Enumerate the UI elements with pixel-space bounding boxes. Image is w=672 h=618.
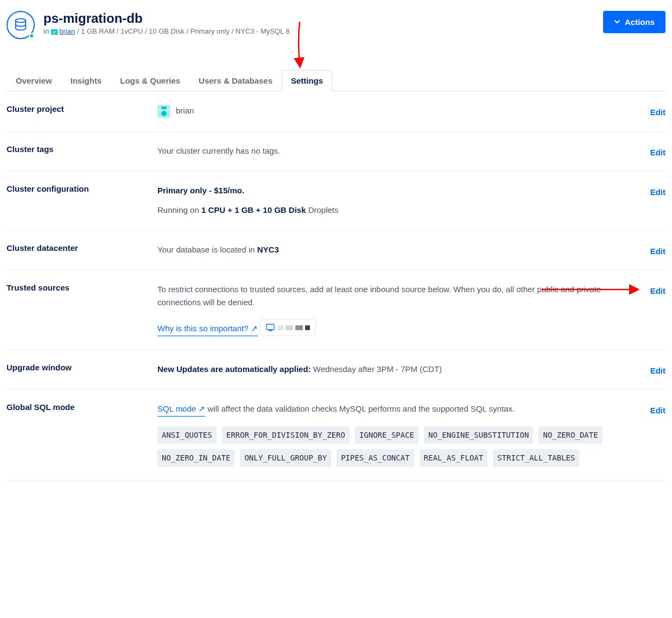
section-label: Cluster project bbox=[7, 104, 157, 118]
section-trusted-sources: Trusted sources To restrict connections … bbox=[7, 270, 665, 350]
tab-insights[interactable]: Insights bbox=[61, 70, 111, 91]
sql-mode-tags: ANSI_QUOTESERROR_FOR_DIVISION_BY_ZEROIGN… bbox=[157, 426, 622, 467]
sql-mode-tag: NO_ENGINE_SUBSTITUTION bbox=[424, 426, 533, 444]
section-content: New Updates are automatically applied: W… bbox=[157, 363, 665, 376]
sql-mode-tag: STRICT_ALL_TABLES bbox=[493, 449, 579, 466]
database-icon bbox=[7, 11, 35, 39]
svg-rect-2 bbox=[52, 31, 56, 32]
edit-link[interactable]: Edit bbox=[650, 247, 665, 256]
edit-link[interactable]: Edit bbox=[650, 187, 665, 197]
tab-users-databases[interactable]: Users & Databases bbox=[189, 70, 282, 91]
sql-mode-link[interactable]: SQL mode ↗ bbox=[157, 402, 205, 417]
section-content: Primary only - $15/mo. Running on 1 CPU … bbox=[157, 184, 665, 217]
sql-mode-tag: NO_ZERO_DATE bbox=[538, 426, 602, 444]
section-content: SQL mode ↗ will affect the data validati… bbox=[157, 402, 665, 467]
sql-mode-tag: PIPES_AS_CONCAT bbox=[337, 449, 414, 466]
trusted-source-item[interactable] bbox=[260, 319, 316, 336]
sql-mode-tag: NO_ZERO_IN_DATE bbox=[157, 449, 234, 466]
sql-mode-tag: REAL_AS_FLOAT bbox=[420, 449, 488, 466]
section-label: Cluster tags bbox=[7, 144, 157, 157]
page-header: ps-migration-db in brian / 1 GB RAM / 1v… bbox=[7, 7, 665, 48]
edit-link[interactable]: Edit bbox=[650, 286, 665, 295]
edit-link[interactable]: Edit bbox=[650, 406, 665, 415]
edit-link[interactable]: Edit bbox=[650, 366, 665, 375]
section-content: Your cluster currently has no tags. bbox=[157, 144, 665, 157]
svg-rect-5 bbox=[269, 330, 272, 331]
section-content: Your database is located in NYC3 bbox=[157, 243, 665, 256]
section-cluster-tags: Cluster tags Your cluster currently has … bbox=[7, 131, 665, 171]
section-cluster-configuration: Cluster configuration Primary only - $15… bbox=[7, 171, 665, 230]
edit-link[interactable]: Edit bbox=[650, 108, 665, 117]
sql-mode-tag: IGNORE_SPACE bbox=[355, 426, 419, 444]
db-title: ps-migration-db bbox=[43, 11, 290, 26]
tab-overview[interactable]: Overview bbox=[7, 70, 61, 91]
section-global-sql-mode: Global SQL mode SQL mode ↗ will affect t… bbox=[7, 389, 665, 481]
section-label: Upgrade window bbox=[7, 363, 157, 376]
svg-rect-1 bbox=[51, 29, 58, 35]
tabs: Overview Insights Logs & Queries Users &… bbox=[7, 70, 665, 91]
tab-settings[interactable]: Settings bbox=[282, 70, 332, 91]
tab-logs-queries[interactable]: Logs & Queries bbox=[111, 70, 189, 91]
actions-button[interactable]: Actions bbox=[603, 11, 665, 33]
section-label: Global SQL mode bbox=[7, 402, 157, 467]
status-dot bbox=[29, 33, 34, 39]
sql-mode-tag: ERROR_FOR_DIVISION_BY_ZERO bbox=[222, 426, 350, 444]
why-important-link[interactable]: Why is this so important? ↗ bbox=[157, 322, 258, 336]
chevron-down-icon bbox=[614, 17, 620, 27]
sql-mode-tag: ONLY_FULL_GROUP_BY bbox=[240, 449, 331, 466]
db-subtitle: in brian / 1 GB RAM / 1vCPU / 10 GB Disk… bbox=[43, 27, 290, 35]
sql-mode-tag: ANSI_QUOTES bbox=[157, 426, 217, 444]
section-content: brian bbox=[157, 104, 665, 118]
svg-rect-4 bbox=[267, 324, 274, 330]
droplet-icon bbox=[266, 324, 275, 331]
section-cluster-project: Cluster project brian Edit bbox=[7, 91, 665, 131]
project-link[interactable]: brian bbox=[59, 27, 75, 35]
svg-rect-3 bbox=[52, 33, 55, 34]
project-icon bbox=[157, 105, 170, 118]
section-label: Trusted sources bbox=[7, 283, 157, 336]
svg-point-0 bbox=[16, 18, 26, 22]
edit-link[interactable]: Edit bbox=[650, 148, 665, 157]
header-left: ps-migration-db in brian / 1 GB RAM / 1v… bbox=[7, 11, 290, 39]
section-label: Cluster datacenter bbox=[7, 243, 157, 256]
section-content: To restrict connections to trusted sourc… bbox=[157, 283, 665, 336]
section-label: Cluster configuration bbox=[7, 184, 157, 217]
section-cluster-datacenter: Cluster datacenter Your database is loca… bbox=[7, 230, 665, 270]
section-upgrade-window: Upgrade window New Updates are automatic… bbox=[7, 350, 665, 389]
